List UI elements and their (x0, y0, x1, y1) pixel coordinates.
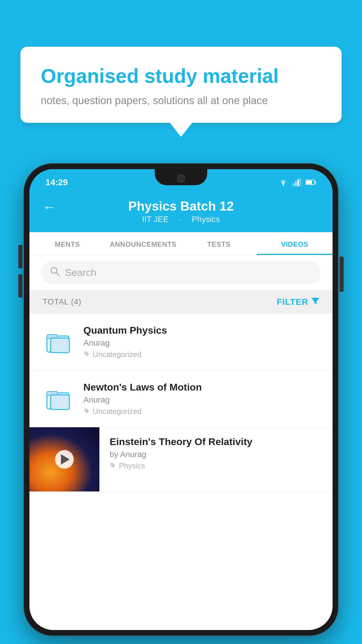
search-placeholder: Search (65, 267, 96, 278)
svg-rect-3 (297, 179, 299, 186)
list-item[interactable]: Newton's Laws of Motion Anurag Uncategor… (29, 370, 333, 427)
search-icon (50, 266, 60, 279)
filter-icon (311, 296, 319, 307)
svg-line-9 (56, 273, 59, 276)
svg-rect-2 (295, 181, 297, 186)
phone-outer: 14:29 (24, 163, 338, 636)
wifi-icon (278, 178, 289, 186)
app-header: ← Physics Batch 12 IIT JEE · Physics (29, 192, 333, 232)
tag-icon (110, 462, 116, 470)
svg-rect-4 (300, 178, 301, 186)
tag-icon (83, 351, 90, 359)
tab-videos[interactable]: VIDEOS (257, 232, 333, 255)
tab-announcements[interactable]: ANNOUNCEMENTS (105, 232, 181, 255)
header-subtitle-part1: IIT JEE (142, 215, 168, 224)
vol-down-button (18, 274, 22, 298)
back-button[interactable]: ← (43, 199, 57, 215)
tag-label: Uncategorized (93, 350, 142, 359)
power-button (340, 257, 344, 292)
header-subtitle: IIT JEE · Physics (138, 215, 224, 224)
video-list: Quantum Physics Anurag Uncategorized (29, 314, 333, 492)
speech-bubble: Organised study material notes, question… (20, 47, 342, 123)
svg-rect-16 (51, 395, 69, 410)
bubble-title: Organised study material (41, 64, 321, 88)
video-title: Quantum Physics (83, 325, 319, 336)
play-icon (61, 454, 70, 465)
header-subtitle-separator: · (179, 215, 184, 224)
video-author: Anurag (83, 338, 319, 348)
bubble-subtitle: notes, question papers, solutions all at… (41, 94, 321, 107)
tag-icon (83, 407, 90, 416)
camera (177, 174, 185, 183)
video-title: Newton's Laws of Motion (83, 382, 319, 393)
status-time: 14:29 (45, 177, 68, 187)
tag-label: Physics (119, 461, 145, 470)
header-title: Physics Batch 12 (128, 199, 234, 214)
search-container: Search (29, 255, 333, 290)
notch (155, 169, 207, 185)
video-author: Anurag (83, 395, 319, 405)
svg-point-0 (283, 184, 284, 186)
tag-label: Uncategorized (93, 407, 142, 416)
video-info: Einstein's Theory Of Relativity by Anura… (99, 427, 333, 479)
video-title: Einstein's Theory Of Relativity (110, 436, 322, 447)
header-subtitle-part2: Physics (192, 215, 220, 224)
filter-bar: TOTAL (4) FILTER (29, 290, 333, 314)
filter-button[interactable]: FILTER (277, 296, 319, 307)
video-author: by Anurag (110, 450, 322, 459)
video-info: Quantum Physics Anurag Uncategorized (83, 325, 319, 359)
video-tag: Uncategorized (83, 407, 319, 416)
vol-up-button (18, 245, 22, 268)
svg-rect-13 (51, 338, 69, 353)
status-icons (278, 178, 317, 186)
phone-screen: 14:29 (29, 169, 333, 630)
battery-icon (305, 179, 317, 186)
filter-label: FILTER (277, 297, 308, 307)
tab-ments[interactable]: MENTS (29, 232, 105, 255)
folder-icon (43, 326, 75, 358)
list-item[interactable]: Einstein's Theory Of Relativity by Anura… (29, 427, 333, 492)
video-info: Newton's Laws of Motion Anurag Uncategor… (83, 382, 319, 416)
list-item[interactable]: Quantum Physics Anurag Uncategorized (29, 314, 333, 370)
total-count: TOTAL (4) (43, 297, 81, 307)
phone-container: 14:29 (24, 163, 338, 636)
video-tag: Uncategorized (83, 350, 319, 359)
svg-rect-7 (306, 181, 312, 184)
svg-marker-10 (311, 298, 319, 304)
tabs-bar: MENTS ANNOUNCEMENTS TESTS VIDEOS (29, 232, 333, 255)
search-bar[interactable]: Search (41, 261, 321, 284)
tab-tests[interactable]: TESTS (181, 232, 257, 255)
video-thumbnail (29, 427, 99, 491)
svg-rect-6 (315, 181, 316, 183)
folder-icon (43, 383, 75, 415)
signal-icon (293, 178, 301, 186)
video-tag: Physics (110, 461, 322, 470)
play-button[interactable] (55, 450, 74, 469)
svg-rect-1 (293, 183, 294, 186)
